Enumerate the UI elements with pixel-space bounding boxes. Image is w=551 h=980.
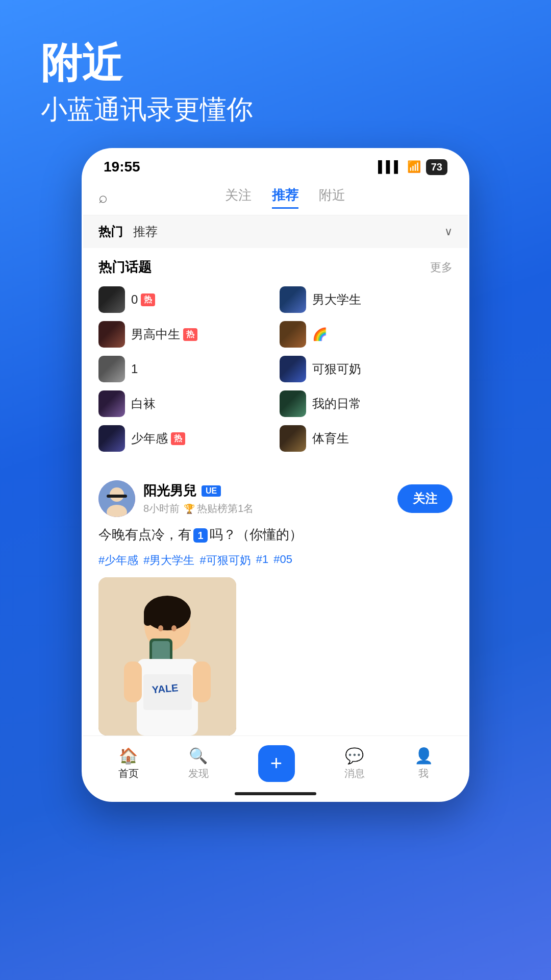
topic-avatar bbox=[280, 286, 306, 313]
topic-name: 1 bbox=[131, 362, 138, 376]
topic-label: 0 热 bbox=[131, 292, 155, 307]
post-header: 阳光男兒 UE 8小时前 🏆 热贴榜第1名 关注 bbox=[98, 480, 453, 517]
filter-recommend[interactable]: 推荐 bbox=[133, 224, 158, 240]
post-tag[interactable]: #可狠可奶 bbox=[200, 553, 251, 568]
post-avatar bbox=[98, 480, 135, 517]
more-button[interactable]: 更多 bbox=[430, 260, 453, 275]
topic-label: 白袜 bbox=[131, 396, 156, 412]
post-tag[interactable]: #男大学生 bbox=[143, 553, 194, 568]
topic-item[interactable]: 0 热 bbox=[98, 286, 271, 313]
nav-item-discover[interactable]: 🔍 发现 bbox=[188, 747, 209, 780]
follow-button[interactable]: 关注 bbox=[397, 484, 453, 513]
post-meta: 8小时前 🏆 热贴榜第1名 bbox=[143, 502, 389, 516]
topic-item[interactable]: 体育生 bbox=[280, 425, 453, 452]
filter-bar: 热门 推荐 ∨ bbox=[83, 215, 468, 248]
topic-item[interactable]: 1 bbox=[98, 356, 271, 382]
filter-hot[interactable]: 热门 bbox=[98, 224, 123, 240]
topic-item[interactable]: 男高中生 热 bbox=[98, 321, 271, 348]
home-bar bbox=[235, 792, 316, 795]
nav-label-messages: 消息 bbox=[344, 767, 365, 780]
topic-item[interactable]: 男大学生 bbox=[280, 286, 453, 313]
topic-avatar bbox=[280, 356, 306, 382]
topic-avatar bbox=[98, 356, 125, 382]
post-image: YALE bbox=[98, 577, 236, 736]
post-tag[interactable]: #05 bbox=[273, 553, 292, 568]
svg-rect-15 bbox=[124, 662, 142, 702]
topic-name: 我的日常 bbox=[312, 396, 361, 412]
bottom-nav: 🏠 首页 🔍 发现 + 💬 消息 👤 我 bbox=[83, 736, 468, 787]
post-tag[interactable]: #少年感 bbox=[98, 553, 138, 568]
tab-follow[interactable]: 关注 bbox=[225, 186, 252, 209]
topic-emoji: 🌈 bbox=[312, 327, 328, 341]
topic-label: 少年感 热 bbox=[131, 430, 185, 447]
hot-badge: 热 bbox=[183, 328, 197, 341]
post-card: 阳光男兒 UE 8小时前 🏆 热贴榜第1名 关注 今晚有点冷，有1吗？（你懂的）… bbox=[83, 468, 468, 736]
profile-icon: 👤 bbox=[414, 747, 433, 765]
post-time: 8小时前 bbox=[143, 502, 180, 516]
post-tags: #少年感 #男大学生 #可狠可奶 #1 #05 bbox=[98, 553, 453, 568]
topic-name: 可狠可奶 bbox=[312, 361, 361, 377]
filter-dropdown-icon[interactable]: ∨ bbox=[444, 225, 453, 238]
nav-label-profile: 我 bbox=[418, 767, 429, 780]
svg-point-8 bbox=[158, 625, 163, 631]
nav-label-discover: 发现 bbox=[188, 767, 209, 780]
topic-item[interactable]: 可狠可奶 bbox=[280, 356, 453, 382]
hot-rank: 🏆 热贴榜第1名 bbox=[184, 502, 254, 516]
trophy-icon: 🏆 bbox=[184, 503, 195, 514]
hot-topics-header: 热门话题 更多 bbox=[98, 258, 453, 276]
hot-topics-section: 热门话题 更多 0 热 男大学生 bbox=[83, 248, 468, 462]
svg-text:YALE: YALE bbox=[152, 682, 179, 695]
topic-avatar bbox=[280, 390, 306, 417]
topic-label: 男大学生 bbox=[312, 291, 361, 308]
topic-label: 🌈 bbox=[312, 327, 328, 341]
post-content: 今晚有点冷，有1吗？（你懂的） bbox=[98, 524, 453, 546]
post-username-row: 阳光男兒 UE bbox=[143, 482, 389, 500]
topic-label: 我的日常 bbox=[312, 396, 361, 412]
topic-item[interactable]: 白袜 bbox=[98, 390, 271, 417]
wifi-icon: 📶 bbox=[407, 160, 421, 174]
topic-item[interactable]: 我的日常 bbox=[280, 390, 453, 417]
page-title: 附近 bbox=[41, 41, 510, 86]
topic-avatar bbox=[280, 321, 306, 348]
topic-name: 白袜 bbox=[131, 396, 156, 412]
nav-label-home: 首页 bbox=[118, 767, 139, 780]
nav-item-profile[interactable]: 👤 我 bbox=[414, 747, 433, 780]
status-time: 19:55 bbox=[104, 159, 140, 175]
verified-badge: UE bbox=[202, 485, 221, 497]
topic-label: 男高中生 热 bbox=[131, 326, 197, 342]
discover-icon: 🔍 bbox=[189, 747, 208, 765]
tab-nearby[interactable]: 附近 bbox=[319, 186, 345, 209]
post-tag[interactable]: #1 bbox=[256, 553, 268, 568]
topic-name: 男高中生 bbox=[131, 326, 180, 342]
status-icons: ▌▌▌ 📶 73 bbox=[378, 159, 447, 175]
topic-avatar bbox=[98, 321, 125, 348]
topic-name: 0 bbox=[131, 292, 138, 307]
home-icon: 🏠 bbox=[119, 747, 138, 765]
signal-icon: ▌▌▌ bbox=[378, 160, 402, 174]
topic-label: 体育生 bbox=[312, 430, 349, 447]
nav-plus-button[interactable]: + bbox=[258, 745, 295, 782]
nav-item-messages[interactable]: 💬 消息 bbox=[344, 747, 365, 780]
topic-item[interactable]: 🌈 bbox=[280, 321, 453, 348]
post-num-badge: 1 bbox=[193, 528, 208, 543]
status-bar: 19:55 ▌▌▌ 📶 73 bbox=[83, 150, 468, 180]
topic-avatar bbox=[280, 425, 306, 452]
post-user-info: 阳光男兒 UE 8小时前 🏆 热贴榜第1名 bbox=[143, 482, 389, 516]
topic-item[interactable]: 少年感 热 bbox=[98, 425, 271, 452]
topic-name: 男大学生 bbox=[312, 291, 361, 308]
hot-topics-title: 热门话题 bbox=[98, 258, 152, 276]
home-indicator bbox=[83, 787, 468, 800]
topic-name: 少年感 bbox=[131, 430, 168, 447]
tab-recommend[interactable]: 推荐 bbox=[272, 186, 298, 209]
svg-rect-3 bbox=[107, 495, 127, 498]
topic-label: 可狠可奶 bbox=[312, 361, 361, 377]
search-icon[interactable]: ⌕ bbox=[98, 189, 108, 206]
topic-label: 1 bbox=[131, 362, 138, 376]
svg-rect-16 bbox=[193, 662, 211, 702]
messages-icon: 💬 bbox=[345, 747, 364, 765]
topic-name: 体育生 bbox=[312, 430, 349, 447]
topics-grid: 0 热 男大学生 男高中生 热 bbox=[98, 286, 453, 452]
tab-container: 关注 推荐 附近 bbox=[118, 186, 453, 209]
nav-item-home[interactable]: 🏠 首页 bbox=[118, 747, 139, 780]
svg-point-9 bbox=[171, 625, 177, 631]
